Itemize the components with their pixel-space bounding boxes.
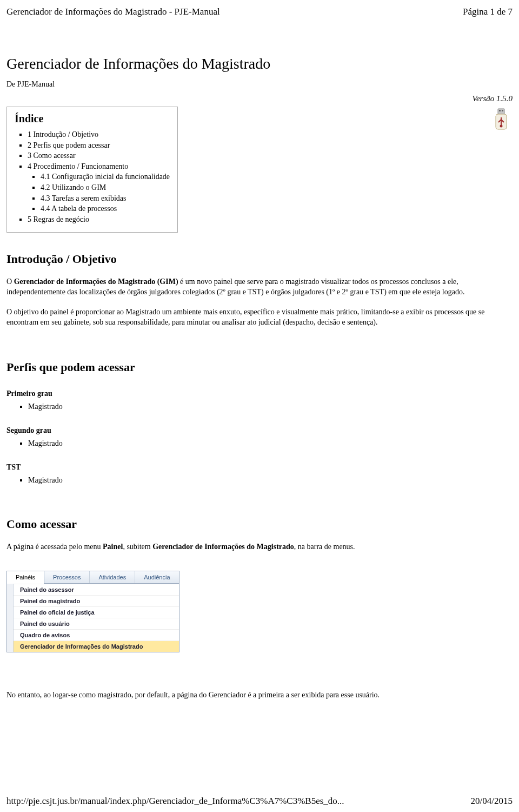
index-subitem[interactable]: 4.1 Configuração inicial da funcionalida… bbox=[41, 171, 170, 182]
tab-paineis[interactable]: Painéis bbox=[6, 571, 44, 584]
svg-rect-2 bbox=[502, 110, 503, 111]
list-item: Magistrado bbox=[28, 402, 513, 411]
menu-tabs: Painéis Processos Atividades Audiência bbox=[7, 571, 179, 584]
menu-screenshot: Painéis Processos Atividades Audiência P… bbox=[6, 571, 179, 652]
tab-atividades[interactable]: Atividades bbox=[90, 571, 135, 583]
sub-primeiro-grau: Primeiro grau bbox=[6, 390, 513, 398]
index-item[interactable]: 1 Introdução / Objetivo bbox=[28, 129, 170, 140]
sub-segundo-grau: Segundo grau bbox=[6, 426, 513, 435]
list-item: Magistrado bbox=[28, 439, 513, 448]
menu-gutter bbox=[7, 584, 14, 652]
index-title: Índice bbox=[15, 113, 170, 125]
index-item[interactable]: 5 Regras de negócio bbox=[28, 214, 170, 225]
header-right: Página 1 de 7 bbox=[463, 6, 513, 17]
index-subitem[interactable]: 4.2 Utilizando o GIM bbox=[41, 182, 170, 193]
index-item[interactable]: 3 Como acessar bbox=[28, 150, 170, 161]
text: A página é acessada pelo menu bbox=[6, 543, 103, 551]
tab-audiencia[interactable]: Audiência bbox=[135, 571, 178, 583]
tab-processos[interactable]: Processos bbox=[44, 571, 90, 583]
section-como-title: Como acessar bbox=[6, 517, 513, 531]
svg-rect-0 bbox=[498, 109, 504, 114]
list-segundo: Magistrado bbox=[6, 439, 513, 448]
bold-text: Gerenciador de Informações do Magistrado… bbox=[14, 278, 178, 286]
index-list: 1 Introdução / Objetivo 2 Perfis que pod… bbox=[15, 129, 170, 225]
usb-icon bbox=[492, 108, 510, 131]
como-paragraph-1: A página é acessada pelo menu Painel, su… bbox=[6, 542, 513, 552]
bold-text: Painel bbox=[103, 543, 123, 551]
sub-tst: TST bbox=[6, 463, 513, 472]
intro-paragraph-2: O objetivo do painel é proporcionar ao M… bbox=[6, 307, 513, 328]
bold-text: Gerenciador de Informações do Magistrado bbox=[152, 543, 294, 551]
page-subtitle: De PJE-Manual bbox=[6, 80, 513, 89]
page-title: Gerenciador de Informações do Magistrado bbox=[6, 55, 513, 72]
section-perfis-title: Perfis que podem acessar bbox=[6, 360, 513, 374]
menu-dropdown: Painel do assessor Painel do magistrado … bbox=[14, 584, 179, 652]
text: O bbox=[6, 278, 14, 286]
index-item[interactable]: 4 Procedimento / Funcionamento 4.1 Confi… bbox=[28, 161, 170, 214]
version-label: Versão 1.5.0 bbox=[6, 94, 513, 103]
text: , subitem bbox=[123, 543, 152, 551]
svg-point-4 bbox=[500, 125, 503, 128]
page-header: Gerenciador de Informações do Magistrado… bbox=[6, 6, 513, 17]
section-intro-title: Introdução / Objetivo bbox=[6, 252, 513, 266]
menu-item-selected[interactable]: Gerenciador de Informações do Magistrado bbox=[14, 641, 179, 652]
index-item-label: 4 Procedimento / Funcionamento bbox=[28, 162, 128, 170]
index-box: Índice 1 Introdução / Objetivo 2 Perfis … bbox=[6, 107, 178, 233]
menu-item[interactable]: Painel do oficial de justiça bbox=[14, 606, 179, 618]
footer-url: http://pje.csjt.jus.br/manual/index.php/… bbox=[6, 796, 344, 807]
index-subitem[interactable]: 4.3 Tarefas a serem exibidas bbox=[41, 193, 170, 204]
footer-date: 20/04/2015 bbox=[471, 796, 513, 807]
menu-item[interactable]: Quadro de avisos bbox=[14, 629, 179, 641]
svg-rect-1 bbox=[499, 110, 501, 111]
menu-item[interactable]: Painel do magistrado bbox=[14, 595, 179, 606]
menu-item[interactable]: Painel do assessor bbox=[14, 584, 179, 595]
page-footer: http://pje.csjt.jus.br/manual/index.php/… bbox=[6, 796, 513, 807]
index-subitem[interactable]: 4.4 A tabela de processos bbox=[41, 203, 170, 214]
como-paragraph-2: No entanto, ao logar-se como magistrado,… bbox=[6, 690, 513, 701]
list-primeiro: Magistrado bbox=[6, 402, 513, 411]
list-item: Magistrado bbox=[28, 476, 513, 485]
index-item[interactable]: 2 Perfis que podem acessar bbox=[28, 140, 170, 151]
menu-item[interactable]: Painel do usuário bbox=[14, 618, 179, 629]
list-tst: Magistrado bbox=[6, 476, 513, 485]
header-left: Gerenciador de Informações do Magistrado… bbox=[6, 6, 220, 17]
text: , na barra de menus. bbox=[294, 543, 355, 551]
intro-paragraph-1: O Gerenciador de Informações do Magistra… bbox=[6, 277, 513, 298]
